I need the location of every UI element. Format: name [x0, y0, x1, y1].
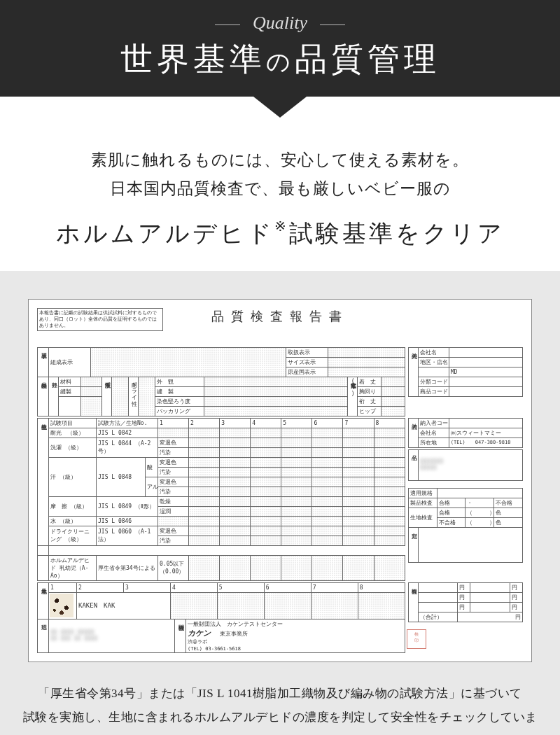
- spec-table: 適用規格 製品検査合格・不合格 生地検査合格（ ）色 不合格（ ）色: [408, 488, 523, 528]
- report-container: 本報告書に記載の試験結果は供試試料に対するものであり、同口（ロット）全体の品質を…: [0, 271, 560, 682]
- product-inspect-table: 製品検査 外観 材料 耐洗濯性 耐ドライ性 外 観 寸法変化率(%) 着 丈: [37, 377, 405, 416]
- main-title: 世界基準の品質管理: [0, 38, 560, 81]
- company-info-table: 納入先会社名 地区・店名 MD 分類コード 商品コード: [408, 347, 523, 397]
- footer-note: 「厚生省令第34号」または「JIS L 1041樹脂加工織物及び編み物の試験方法…: [0, 682, 560, 735]
- intro-line-2: 日本国内品質検査で、最も厳しいベビー服の: [14, 174, 546, 203]
- hero-banner: Quality 世界基準の品質管理: [0, 0, 560, 97]
- fabric-swatch-icon: [50, 594, 74, 617]
- judge-table: 判定: [408, 527, 523, 563]
- stamp-icon: 検印: [407, 629, 426, 649]
- sample-table: 生地見本 12345678 KAKEN KAK: [37, 582, 405, 620]
- disclaimer: 本報告書に記載の試験結果は供試試料に対するものであり、同口（ロット）全体の品質を…: [37, 308, 163, 331]
- fabric-test-table: 生地検査 試験項目 試験方法／生地No. 12345678 耐光 （級）JIS …: [37, 418, 405, 581]
- intro-headline: ホルムアルデヒド※試験基準をクリア: [14, 218, 546, 250]
- inspection-report: 本報告書に記載の試験結果は供試試料に対するものであり、同口（ロット）全体の品質を…: [28, 299, 532, 662]
- quality-script: Quality: [240, 13, 320, 34]
- supplier-table: 納入者納入者コード 会社名㈱スウィートマミー 所在地(TEL) 047-380-…: [408, 418, 523, 448]
- product-name-table: 品名XXXXXXXXXXXX: [408, 449, 523, 481]
- triangle-down-icon: [253, 97, 307, 118]
- intro-block: 素肌に触れるものには、安心して使える素材を。 日本国内品質検査で、最も厳しいベビ…: [0, 118, 560, 271]
- fee-table: 検査料円円 円円 円円 （合計）円: [408, 582, 523, 622]
- intro-line-1: 素肌に触れるものには、安心して使える素材を。: [14, 146, 546, 174]
- kaken-logo: カケン: [188, 629, 211, 638]
- process-table: 処理 XX XXXX XXXXXXX XXX XX XXXX 検査機関 一般財団…: [37, 619, 405, 653]
- display-items-table: 表示事項 組成表示 取扱表示 サイズ表示 原産国表示: [37, 347, 405, 377]
